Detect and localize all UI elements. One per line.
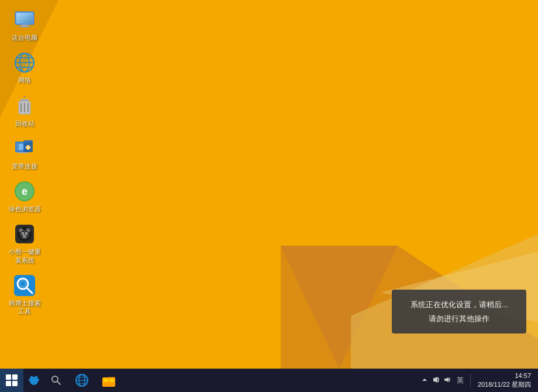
- desktop-icons: 这台电脑 网络: [5, 6, 44, 318]
- svg-marker-20: [20, 99, 29, 101]
- recycle-bin-label: 回收站: [15, 119, 35, 128]
- broadband-label: 宽带连接: [12, 162, 37, 170]
- desktop: 这台电脑 网络: [0, 0, 538, 369]
- svg-rect-22: [20, 103, 22, 112]
- desktop-icon-reinstall[interactable]: 小熊一键重装系统: [5, 220, 44, 267]
- svg-line-56: [57, 381, 60, 384]
- svg-point-43: [22, 233, 23, 234]
- svg-text:e: e: [22, 185, 27, 197]
- taskbar-app-explorer[interactable]: [96, 369, 122, 391]
- tray-divider: [470, 373, 471, 387]
- svg-rect-27: [18, 152, 28, 153]
- desktop-icon-network[interactable]: 网络: [5, 49, 44, 87]
- reinstall-label: 小熊一键重装系统: [7, 247, 42, 264]
- svg-rect-67: [433, 378, 435, 381]
- show-hidden-icons-button[interactable]: [421, 376, 428, 385]
- system-clock[interactable]: 14:57 2018/11/22 星期四: [475, 372, 533, 390]
- ime-indicator[interactable]: 英: [455, 376, 465, 386]
- search-button[interactable]: [46, 370, 67, 391]
- svg-point-53: [29, 379, 31, 381]
- desktop-icon-recycle-bin[interactable]: 回收站: [5, 92, 44, 130]
- reinstall-icon: [13, 222, 36, 246]
- cortana-button[interactable]: [23, 369, 44, 392]
- notification-line2: 请勿进行其他操作: [403, 312, 515, 325]
- svg-marker-66: [422, 379, 427, 381]
- svg-rect-69: [444, 379, 446, 381]
- network-label: 网络: [18, 76, 31, 84]
- svg-rect-10: [16, 13, 33, 23]
- svg-point-54: [37, 379, 39, 381]
- search-tool-label: 韩博士搜索工具: [7, 299, 42, 316]
- clock-date: 2018/11/22 星期四: [478, 380, 531, 389]
- clock-time: 14:57: [478, 372, 531, 380]
- search-tool-icon: [13, 274, 36, 297]
- broadband-icon: [13, 137, 36, 160]
- green-browser-label: 绿色浏览器: [9, 205, 41, 213]
- notification-popup: 系统正在优化设置，请稍后... 请勿进行其他操作: [392, 290, 526, 333]
- svg-point-45: [23, 235, 26, 237]
- taskbar-apps: [67, 369, 416, 391]
- taskbar-app-ie[interactable]: [69, 369, 95, 391]
- svg-marker-68: [435, 377, 437, 383]
- notification-line1: 系统正在优化设置，请稍后...: [403, 298, 515, 311]
- green-browser-icon: e: [13, 180, 36, 203]
- paw-icon: [28, 374, 40, 386]
- desktop-icon-green-browser[interactable]: e 绿色浏览器: [5, 177, 44, 215]
- windows-icon: [6, 374, 18, 386]
- svg-rect-64: [109, 379, 114, 382]
- taskbar: 英 14:57 2018/11/22 星期四: [0, 369, 538, 392]
- desktop-icon-my-computer[interactable]: 这台电脑: [5, 6, 44, 44]
- svg-rect-12: [19, 26, 30, 27]
- svg-rect-23: [24, 103, 25, 112]
- svg-rect-24: [27, 103, 29, 112]
- recycle-bin-icon: [13, 94, 36, 118]
- svg-marker-70: [446, 377, 449, 382]
- svg-point-51: [30, 376, 33, 379]
- desktop-icon-search-tool[interactable]: 韩博士搜索工具: [5, 271, 44, 318]
- svg-rect-11: [21, 25, 28, 26]
- network-icon: [13, 51, 36, 74]
- svg-point-44: [26, 233, 27, 234]
- desktop-icon-broadband[interactable]: 宽带连接: [5, 135, 44, 173]
- svg-rect-65: [104, 383, 114, 386]
- start-button[interactable]: [0, 369, 23, 392]
- volume-tray-icon[interactable]: [443, 376, 451, 386]
- my-computer-icon: [13, 8, 36, 32]
- network-tray-icon[interactable]: [432, 376, 440, 386]
- taskbar-tray: 英 14:57 2018/11/22 星期四: [416, 372, 538, 390]
- svg-point-52: [35, 376, 38, 379]
- svg-rect-63: [104, 379, 108, 382]
- my-computer-label: 这台电脑: [12, 33, 37, 42]
